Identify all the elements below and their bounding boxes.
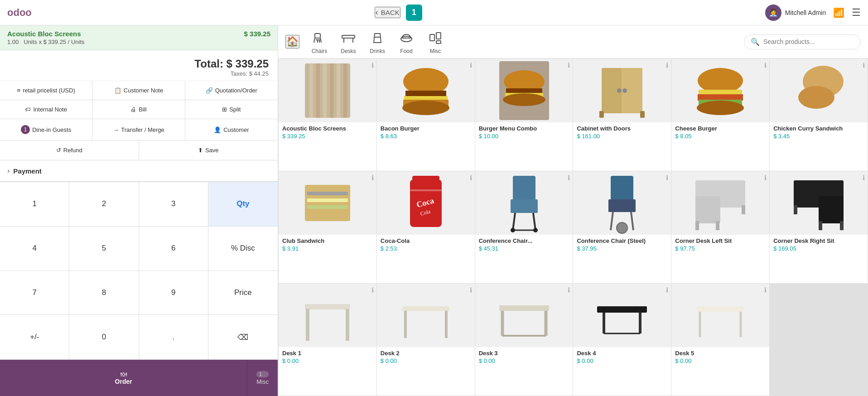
product-name: Conference Chair (Steel) bbox=[573, 235, 671, 245]
product-info-icon[interactable]: ℹ bbox=[568, 174, 570, 181]
num-5[interactable]: 5 bbox=[69, 227, 139, 271]
pricelist-button[interactable]: ≡ retail pricelist (USD) bbox=[0, 81, 92, 100]
order-tab[interactable]: 🍽 Order bbox=[0, 360, 247, 396]
product-info-icon[interactable]: ℹ bbox=[371, 62, 374, 69]
num-7[interactable]: 7 bbox=[0, 271, 69, 315]
svg-rect-0 bbox=[315, 34, 320, 38]
wifi-icon: 📶 bbox=[833, 7, 844, 18]
dine-in-button[interactable]: 1 Dine-in Guests bbox=[0, 119, 92, 140]
user-name: Mitchell Admin bbox=[785, 9, 826, 16]
num-6[interactable]: 6 bbox=[139, 227, 208, 271]
svg-point-45 bbox=[798, 86, 834, 109]
back-button[interactable]: ‹ BACK bbox=[375, 7, 400, 18]
refund-button[interactable]: ↺ Refund bbox=[0, 140, 139, 160]
product-card[interactable]: ℹ Desk 4 $ 0.00 bbox=[573, 284, 671, 396]
product-card[interactable]: ℹ Desk 1 $ 0.00 bbox=[279, 284, 376, 396]
num-3[interactable]: 3 bbox=[139, 182, 208, 227]
product-info-icon[interactable]: ℹ bbox=[470, 174, 472, 181]
customer-button[interactable]: 👤 Customer bbox=[185, 119, 278, 140]
order-misc[interactable]: 1 Misc bbox=[247, 360, 278, 396]
product-info-icon[interactable]: ℹ bbox=[470, 286, 472, 294]
num-9[interactable]: 9 bbox=[139, 271, 208, 315]
product-card[interactable]: ℹ Chicken Curry Sandwich $ 3.45 bbox=[770, 59, 868, 171]
svg-rect-12 bbox=[430, 34, 434, 41]
num-4[interactable]: 4 bbox=[0, 227, 69, 271]
product-info-icon[interactable]: ℹ bbox=[568, 286, 570, 294]
dine-in-label: Dine-in Guests bbox=[32, 126, 71, 133]
save-button[interactable]: ⬆ Save bbox=[139, 140, 278, 160]
num-2[interactable]: 2 bbox=[69, 182, 139, 227]
num-dot[interactable]: . bbox=[139, 315, 208, 360]
menu-icon[interactable]: ☰ bbox=[852, 7, 861, 19]
product-card[interactable]: ℹ Desk 3 $ 0.00 bbox=[475, 284, 573, 396]
product-info-icon[interactable]: ℹ bbox=[568, 62, 570, 69]
transfer-button[interactable]: → Transfer / Merge bbox=[92, 119, 185, 140]
product-card[interactable]: ℹ Club Sandwich $ 3.91 bbox=[279, 171, 376, 283]
num-backspace[interactable]: ⌫ bbox=[208, 315, 278, 360]
product-card[interactable]: ℹ Corner Desk Right Sit $ 169.05 bbox=[770, 171, 868, 283]
split-button[interactable]: ⊞ Split bbox=[185, 100, 278, 119]
search-box[interactable]: 🔍 bbox=[744, 34, 861, 49]
svg-rect-78 bbox=[306, 309, 309, 341]
food-label: Food bbox=[400, 48, 412, 54]
product-card[interactable]: ℹ Cabinet with Doors $ 161.00 bbox=[573, 59, 671, 171]
svg-line-65 bbox=[631, 212, 633, 230]
search-input[interactable] bbox=[763, 38, 854, 45]
product-card[interactable]: ℹ Desk 2 $ 0.00 bbox=[377, 284, 475, 396]
num-0[interactable]: 0 bbox=[69, 315, 139, 360]
product-info-icon[interactable]: ℹ bbox=[470, 62, 472, 69]
svg-rect-14 bbox=[436, 41, 441, 43]
transfer-icon: → bbox=[113, 126, 119, 133]
payment-header[interactable]: › Payment bbox=[0, 160, 278, 181]
num-1[interactable]: 1 bbox=[0, 182, 69, 227]
product-image bbox=[573, 284, 671, 347]
num-price[interactable]: Price bbox=[208, 271, 278, 315]
product-info-icon[interactable]: ℹ bbox=[764, 62, 767, 69]
product-card[interactable]: ℹ Conference Chair (Steel) $ 37.95 bbox=[573, 171, 671, 283]
product-card[interactable]: ℹ Desk 5 $ 0.00 bbox=[671, 284, 769, 396]
product-info-icon[interactable]: ℹ bbox=[371, 286, 374, 294]
category-misc[interactable]: Misc bbox=[426, 29, 444, 54]
pricelist-icon: ≡ bbox=[17, 87, 21, 94]
category-drinks[interactable]: Drinks bbox=[368, 29, 386, 54]
odoo-logo: odoo bbox=[7, 7, 32, 19]
category-food[interactable]: Food bbox=[397, 29, 415, 54]
category-chairs[interactable]: Chairs bbox=[310, 29, 328, 54]
svg-rect-55 bbox=[513, 176, 535, 201]
num-qty[interactable]: Qty bbox=[208, 182, 278, 227]
product-info-icon[interactable]: ℹ bbox=[764, 286, 767, 294]
product-card[interactable]: ℹ Corner Desk Left Sit $ 97.75 bbox=[671, 171, 769, 283]
svg-rect-79 bbox=[346, 309, 349, 341]
product-card[interactable]: ℹ Cheese Burger $ 8.05 bbox=[671, 59, 769, 171]
internal-note-button[interactable]: 🏷 Internal Note bbox=[0, 100, 92, 119]
product-info-icon[interactable]: ℹ bbox=[666, 174, 668, 181]
action-row-2: 🏷 Internal Note 🖨 Bill ⊞ Split bbox=[0, 100, 278, 119]
misc-label: Misc bbox=[430, 48, 441, 54]
product-info-icon[interactable]: ℹ bbox=[863, 174, 865, 181]
bill-button[interactable]: 🖨 Bill bbox=[92, 100, 185, 119]
product-info-icon[interactable]: ℹ bbox=[371, 174, 374, 181]
home-category-button[interactable]: 🏠 bbox=[285, 35, 299, 48]
product-card[interactable]: ℹ Acoustic Bloc Screens $ 339.25 bbox=[279, 59, 376, 171]
product-card[interactable]: ℹ Bacon Burger $ 8.63 bbox=[377, 59, 475, 171]
product-image bbox=[279, 284, 376, 347]
num-8[interactable]: 8 bbox=[69, 271, 139, 315]
split-label: Split bbox=[229, 106, 241, 113]
product-image bbox=[475, 171, 573, 235]
product-card[interactable]: Coca Cola ℹ Coca-Cola $ 2.53 bbox=[377, 171, 475, 283]
product-card[interactable]: ℹ Burger Menu Combo $ 10.00 bbox=[475, 59, 573, 171]
quotation-button[interactable]: 🔗 Quotation/Order bbox=[185, 81, 278, 100]
product-card[interactable]: ℹ Conference Chair... $ 45.31 bbox=[475, 171, 573, 283]
product-image bbox=[770, 171, 868, 235]
product-info-icon[interactable]: ℹ bbox=[666, 286, 668, 294]
num-disc[interactable]: % Disc bbox=[208, 227, 278, 271]
product-info-icon[interactable]: ℹ bbox=[764, 174, 767, 181]
product-name: Desk 1 bbox=[279, 347, 376, 357]
product-info-icon[interactable]: ℹ bbox=[863, 62, 865, 69]
category-desks[interactable]: Desks bbox=[339, 29, 357, 54]
svg-rect-49 bbox=[307, 205, 348, 209]
customer-note-button[interactable]: 📋 Customer Note bbox=[92, 81, 185, 100]
product-image bbox=[573, 171, 671, 235]
num-plusminus[interactable]: +/- bbox=[0, 315, 69, 360]
product-info-icon[interactable]: ℹ bbox=[666, 62, 668, 69]
